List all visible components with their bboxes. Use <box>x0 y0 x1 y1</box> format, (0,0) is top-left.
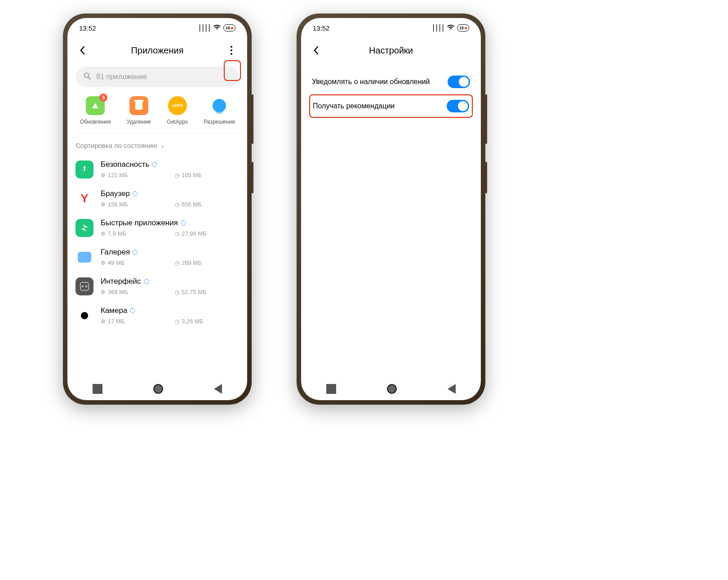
wifi-icon <box>213 24 221 31</box>
setting-recommendations[interactable]: Получать рекомендации <box>309 94 473 118</box>
app-icon-gallery <box>78 252 91 263</box>
nav-home[interactable] <box>153 384 163 394</box>
search-icon <box>84 72 91 81</box>
screen-settings: 13:52 ⎮⎮⎮⎮ 15 Настройки Уведомлять о нал… <box>301 18 481 400</box>
clock-icon: ◷ <box>175 172 179 178</box>
toggle-recommendations[interactable] <box>447 100 469 112</box>
app-time: 269 МБ <box>182 259 202 266</box>
status-time: 13:52 <box>79 24 96 32</box>
nav-back[interactable] <box>448 384 456 394</box>
loading-icon <box>130 308 135 313</box>
app-item[interactable]: Безопасность ⚙121 МБ ◷105 МБ <box>75 155 239 184</box>
toggle-notify-updates[interactable] <box>448 76 470 88</box>
signal-icon: ⎮⎮⎮⎮ <box>198 24 211 31</box>
app-time: 3,26 МБ <box>182 318 203 325</box>
action-updates[interactable]: 5 Обновления <box>80 96 111 125</box>
nav-back[interactable] <box>214 384 222 394</box>
status-bar: 13:52 ⎮⎮⎮⎮ 16 <box>67 18 247 38</box>
app-item[interactable]: Камера ⚙17 МБ ◷3,26 МБ <box>75 301 239 330</box>
settings-list: Уведомлять о наличии обновлений Получать… <box>301 63 481 124</box>
app-storage: 49 МБ <box>108 259 124 266</box>
updates-icon: 5 <box>86 96 105 115</box>
sort-label: Сортировка по состоянию <box>75 142 157 149</box>
app-name: Галерея <box>101 248 130 257</box>
app-storage: 156 МБ <box>108 201 128 208</box>
search-input[interactable]: 81 приложение <box>75 67 239 87</box>
action-label: Обновления <box>80 119 111 125</box>
page-title: Настройки <box>369 45 413 56</box>
battery-icon: 15 <box>457 24 469 31</box>
loading-icon <box>152 162 157 167</box>
getapps-icon: APPS <box>168 96 187 115</box>
status-right: ⎮⎮⎮⎮ 15 <box>432 24 469 31</box>
app-name: Камера <box>101 306 127 315</box>
navigation-bar <box>67 378 247 400</box>
permissions-icon <box>210 96 229 115</box>
loading-icon <box>181 220 186 226</box>
storage-icon: ⚙ <box>101 289 106 295</box>
setting-label: Получать рекомендации <box>313 101 441 111</box>
app-item[interactable]: Галерея ⚙49 МБ ◷269 МБ <box>75 242 239 272</box>
action-permissions[interactable]: Разрешения <box>204 96 235 125</box>
page-title: Приложения <box>131 45 183 56</box>
app-storage: 17 МБ <box>108 318 124 325</box>
status-time: 13:52 <box>313 24 330 32</box>
storage-icon: ⚙ <box>101 231 106 237</box>
app-name: Интерфейс <box>101 277 141 286</box>
action-getapps[interactable]: APPS GetApps <box>167 96 188 125</box>
app-icon-security <box>75 161 93 178</box>
sort-dropdown[interactable]: Сортировка по состоянию ⌄ <box>67 134 247 155</box>
back-button[interactable] <box>75 44 89 57</box>
app-icon-quickapps <box>75 219 93 237</box>
delete-icon <box>129 96 148 115</box>
screen-apps: 13:52 ⎮⎮⎮⎮ 16 Приложения <box>67 18 247 400</box>
app-icon-camera <box>81 312 88 319</box>
phone-apps: 13:52 ⎮⎮⎮⎮ 16 Приложения <box>63 13 252 405</box>
power-button[interactable] <box>252 162 253 193</box>
app-storage: 368 МБ <box>108 289 128 295</box>
battery-icon: 16 <box>223 24 235 31</box>
power-button[interactable] <box>485 162 487 193</box>
clock-icon: ◷ <box>175 201 179 208</box>
app-item[interactable]: Y Браузер ⚙156 МБ ◷656 МБ <box>75 184 239 213</box>
app-icon-interface <box>75 277 93 295</box>
action-label: Удаление <box>127 119 151 125</box>
more-menu-button[interactable] <box>224 41 239 59</box>
updates-badge: 5 <box>99 94 107 102</box>
back-button[interactable] <box>309 44 323 57</box>
app-list: Безопасность ⚙121 МБ ◷105 МБ Y Браузер <box>67 155 247 330</box>
header: Настройки <box>301 38 481 63</box>
loading-icon <box>133 191 138 196</box>
storage-icon: ⚙ <box>101 201 106 208</box>
app-icon-browser: Y <box>75 190 93 208</box>
action-delete[interactable]: Удаление <box>127 96 151 125</box>
svg-line-1 <box>89 77 90 79</box>
clock-icon: ◷ <box>175 231 179 237</box>
wifi-icon <box>447 24 454 31</box>
nav-recents[interactable] <box>326 384 336 394</box>
setting-notify-updates[interactable]: Уведомлять о наличии обновлений <box>309 69 473 94</box>
chevron-down-icon: ⌄ <box>160 142 165 149</box>
svg-point-0 <box>84 73 89 78</box>
app-time: 27,98 МБ <box>182 230 207 237</box>
loading-icon <box>144 279 149 284</box>
app-name: Безопасность <box>101 160 149 169</box>
volume-button[interactable] <box>252 94 253 144</box>
app-name: Браузер <box>101 189 130 198</box>
app-storage: 121 МБ <box>108 172 128 178</box>
action-row: 5 Обновления Удаление APPS GetApps Разре… <box>67 94 247 133</box>
status-right: ⎮⎮⎮⎮ 16 <box>198 24 235 31</box>
header: Приложения <box>67 38 247 63</box>
svg-rect-2 <box>80 282 89 290</box>
app-item[interactable]: Интерфейс ⚙368 МБ ◷52,75 МБ <box>75 272 239 301</box>
battery-value: 15 <box>459 26 464 30</box>
nav-home[interactable] <box>387 384 397 394</box>
storage-icon: ⚙ <box>101 318 106 325</box>
battery-value: 16 <box>226 26 230 30</box>
app-item[interactable]: Быстрые приложения ⚙7,9 МБ ◷27,98 МБ <box>75 213 239 242</box>
app-time: 52,75 МБ <box>182 289 207 295</box>
nav-recents[interactable] <box>93 384 102 394</box>
action-label: GetApps <box>167 119 188 125</box>
clock-icon: ◷ <box>175 318 179 325</box>
volume-button[interactable] <box>485 94 487 144</box>
